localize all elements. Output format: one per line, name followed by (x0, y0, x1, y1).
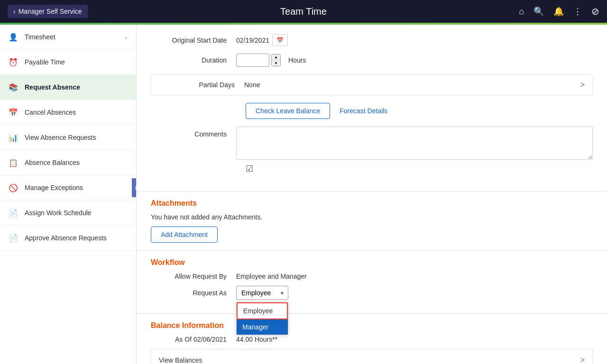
bell-icon[interactable]: 🔔 (553, 6, 564, 17)
search-icon[interactable]: 🔍 (533, 6, 544, 17)
duration-field[interactable]: 8.00 (236, 54, 269, 67)
balance-title: Balance Information (151, 321, 593, 330)
request-as-select[interactable]: Employee Manager (236, 286, 288, 300)
no-attachments-text: You have not added any Attachments. (151, 213, 593, 221)
more-icon[interactable]: ⋮ (573, 6, 582, 17)
attachments-section: Attachments You have not added any Attac… (137, 191, 607, 250)
checkbox-row: ☑ (151, 164, 593, 174)
spinner-down-button[interactable]: ▼ (272, 60, 280, 66)
sidebar-item-label: Request Absence (25, 83, 129, 91)
dropdown-option-employee[interactable]: Employee (237, 302, 288, 319)
payable-time-icon: ⏰ (8, 56, 19, 68)
view-balances-label: View Balances (159, 356, 580, 364)
check-leave-balance-button[interactable]: Check Leave Balance (246, 103, 330, 119)
back-button[interactable]: ‹ Manager Self Service (8, 5, 88, 18)
request-as-row: Request As Employee Manager ▼ Employee (151, 286, 593, 300)
partial-days-chevron-icon: > (580, 81, 585, 89)
sidebar-item-payable-time[interactable]: ⏰ Payable Time (0, 50, 136, 75)
partial-days-label: Partial Days (159, 81, 244, 89)
duration-input-group: 8.00 ▲ ▼ (236, 54, 281, 67)
calendar-button[interactable]: 📅 (272, 34, 288, 46)
sidebar-item-timesheet[interactable]: 👤 Timesheet ⌄ (0, 25, 136, 50)
sidebar-item-request-absence[interactable]: 📚 Request Absence (0, 75, 136, 100)
timesheet-icon: 👤 (8, 31, 19, 43)
view-absence-icon: 📊 (8, 132, 19, 143)
page-title: Team Time (280, 6, 327, 17)
sidebar-item-view-absence-requests[interactable]: 📊 View Absence Requests (0, 125, 136, 150)
view-balances-chevron-icon: > (580, 356, 585, 364)
top-nav: ‹ Manager Self Service Team Time ⌂ 🔍 🔔 ⋮… (0, 0, 607, 23)
sidebar-item-label: View Absence Requests (25, 134, 129, 141)
spinner-up-button[interactable]: ▲ (272, 55, 280, 60)
back-icon: ‹ (13, 8, 16, 15)
as-of-label: As Of 02/06/2021 (151, 336, 236, 343)
sidebar-item-assign-work-schedule[interactable]: 📄 Assign Work Schedule (0, 200, 136, 226)
sidebar-item-label: Manage Exceptions (25, 184, 129, 191)
sidebar-item-label: Absence Balances (25, 159, 129, 166)
approve-absence-icon: 📄 (8, 232, 19, 244)
form-section: Original Start Date 02/19/2021 📅 Duratio… (137, 25, 607, 191)
absence-balances-icon: 📋 (8, 157, 19, 168)
request-absence-icon: 📚 (8, 82, 19, 93)
manage-exceptions-icon: 🚫 (8, 182, 19, 193)
calendar-icon: 📅 (276, 37, 284, 44)
request-as-select-wrapper: Employee Manager ▼ Employee Manager (236, 286, 288, 300)
leave-balance-row: Check Leave Balance Forecast Details (151, 103, 593, 119)
allow-request-by-row: Allow Request By Employee and Manager (151, 273, 593, 280)
workflow-title: Workflow (151, 258, 593, 267)
sidebar-item-label: Payable Time (25, 58, 129, 66)
date-text: 02/19/2021 (236, 36, 269, 44)
dropdown-option-manager[interactable]: Manager (237, 319, 288, 335)
main-content: Original Start Date 02/19/2021 📅 Duratio… (137, 25, 607, 364)
allow-request-by-label: Allow Request By (151, 273, 236, 280)
allow-request-by-value: Employee and Manager (236, 273, 307, 280)
sidebar-item-absence-balances[interactable]: 📋 Absence Balances (0, 150, 136, 175)
original-start-date-label: Original Start Date (151, 36, 236, 44)
forecast-details-link[interactable]: Forecast Details (340, 107, 387, 115)
balance-section: Balance Information As Of 02/06/2021 44.… (137, 313, 607, 364)
comments-label: Comments (151, 127, 236, 138)
sidebar-item-label: Assign Work Schedule (25, 209, 129, 217)
checkbox-icon[interactable]: ☑ (246, 164, 253, 173)
chevron-down-icon: ⌄ (124, 34, 129, 40)
duration-label: Duration (151, 56, 236, 64)
duration-row: Duration 8.00 ▲ ▼ Hours (151, 54, 593, 67)
dropdown-menu: Employee Manager (236, 302, 288, 335)
duration-value: 8.00 ▲ ▼ Hours (236, 54, 593, 67)
sidebar: 👤 Timesheet ⌄ ⏰ Payable Time 📚 Request A… (0, 25, 137, 364)
sidebar-item-approve-absence-requests[interactable]: 📄 Approve Absence Requests (0, 226, 136, 251)
date-input-group: 02/19/2021 📅 (236, 34, 288, 46)
add-attachment-button[interactable]: Add Attachment (151, 227, 218, 243)
workflow-section: Workflow Allow Request By Employee and M… (137, 250, 607, 313)
view-balances-row[interactable]: View Balances > (151, 349, 593, 364)
layout: 👤 Timesheet ⌄ ⏰ Payable Time 📚 Request A… (0, 25, 607, 364)
sidebar-item-label: Timesheet (25, 33, 118, 41)
sidebar-item-cancel-absences[interactable]: 📅 Cancel Absences (0, 100, 136, 125)
assign-work-schedule-icon: 📄 (8, 207, 19, 218)
sidebar-item-manage-exceptions[interactable]: 🚫 Manage Exceptions (0, 175, 136, 200)
as-of-row: As Of 02/06/2021 44.00 Hours** (151, 336, 593, 343)
comments-textarea[interactable] (236, 127, 593, 160)
request-as-value: Employee Manager ▼ Employee Manager (236, 286, 288, 300)
close-icon[interactable]: ⊘ (591, 6, 599, 17)
original-start-date-value: 02/19/2021 📅 (236, 34, 593, 46)
spinner-buttons: ▲ ▼ (271, 54, 281, 66)
back-label: Manager Self Service (18, 8, 82, 15)
attachments-title: Attachments (151, 199, 593, 208)
hours-label: Hours (288, 56, 306, 64)
as-of-value: 44.00 Hours** (236, 336, 277, 343)
cancel-absences-icon: 📅 (8, 107, 19, 118)
sidebar-item-label: Approve Absence Requests (25, 234, 129, 242)
partial-days-row[interactable]: Partial Days None > (151, 74, 593, 95)
comments-row: Comments (151, 127, 593, 160)
collapse-handle[interactable]: ▮ (132, 178, 137, 197)
partial-days-value: None (244, 81, 580, 89)
request-as-label: Request As (151, 289, 236, 297)
original-start-date-row: Original Start Date 02/19/2021 📅 (151, 34, 593, 46)
home-icon[interactable]: ⌂ (519, 7, 524, 17)
sidebar-item-label: Cancel Absences (25, 109, 129, 116)
nav-icons: ⌂ 🔍 🔔 ⋮ ⊘ (519, 6, 599, 17)
